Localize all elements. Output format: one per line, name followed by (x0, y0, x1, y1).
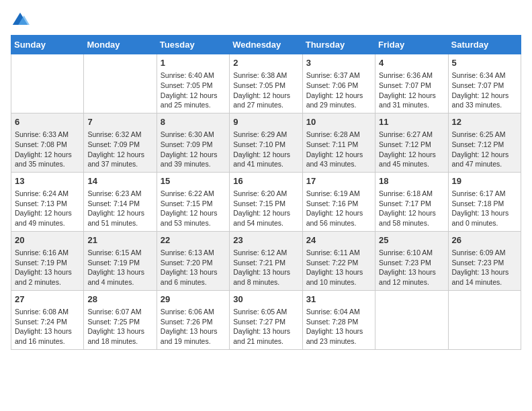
daylight-text: Daylight: 12 hours and 54 minutes. (233, 208, 298, 228)
calendar-cell: 17Sunrise: 6:19 AMSunset: 7:16 PMDayligh… (302, 172, 375, 231)
calendar-cell: 14Sunrise: 6:23 AMSunset: 7:14 PMDayligh… (84, 172, 157, 231)
page-header (11, 11, 521, 30)
sunset-text: Sunset: 7:16 PM (306, 199, 371, 209)
daylight-text: Daylight: 13 hours and 16 minutes. (15, 326, 80, 346)
calendar-cell: 21Sunrise: 6:15 AMSunset: 7:19 PMDayligh… (84, 231, 157, 290)
daylight-text: Daylight: 13 hours and 6 minutes. (161, 267, 226, 287)
sunset-text: Sunset: 7:23 PM (379, 258, 444, 268)
sunrise-text: Sunrise: 6:04 AM (306, 307, 371, 317)
daylight-text: Daylight: 13 hours and 18 minutes. (87, 326, 152, 346)
sunset-text: Sunset: 7:28 PM (306, 317, 371, 327)
day-number: 2 (233, 57, 298, 69)
sunset-text: Sunset: 7:13 PM (15, 199, 80, 209)
sunrise-text: Sunrise: 6:17 AM (452, 189, 517, 199)
day-header-monday: Monday (84, 36, 157, 54)
day-header-sunday: Sunday (11, 36, 84, 54)
day-number: 18 (379, 175, 444, 187)
day-number: 10 (306, 116, 371, 128)
calendar-cell: 20Sunrise: 6:16 AMSunset: 7:19 PMDayligh… (11, 231, 84, 290)
calendar-cell: 29Sunrise: 6:06 AMSunset: 7:26 PMDayligh… (157, 290, 229, 349)
daylight-text: Daylight: 12 hours and 47 minutes. (452, 150, 517, 169)
day-number: 3 (306, 57, 371, 69)
day-header-thursday: Thursday (302, 36, 375, 54)
sunset-text: Sunset: 7:09 PM (161, 140, 226, 150)
calendar-cell: 4Sunrise: 6:36 AMSunset: 7:07 PMDaylight… (375, 54, 448, 113)
sunset-text: Sunset: 7:27 PM (233, 317, 298, 327)
calendar-cell: 11Sunrise: 6:27 AMSunset: 7:12 PMDayligh… (375, 113, 448, 172)
daylight-text: Daylight: 13 hours and 21 minutes. (233, 326, 298, 346)
sunrise-text: Sunrise: 6:34 AM (452, 71, 517, 81)
day-number: 21 (87, 234, 152, 246)
daylight-text: Daylight: 13 hours and 12 minutes. (379, 267, 444, 287)
sunset-text: Sunset: 7:25 PM (87, 317, 152, 327)
daylight-text: Daylight: 12 hours and 35 minutes. (15, 150, 80, 169)
sunrise-text: Sunrise: 6:07 AM (87, 307, 152, 317)
sunset-text: Sunset: 7:17 PM (379, 199, 444, 209)
day-number: 14 (87, 175, 152, 187)
calendar-cell: 10Sunrise: 6:28 AMSunset: 7:11 PMDayligh… (302, 113, 375, 172)
sunrise-text: Sunrise: 6:11 AM (306, 248, 371, 258)
calendar-cell: 12Sunrise: 6:25 AMSunset: 7:12 PMDayligh… (448, 113, 521, 172)
daylight-text: Daylight: 12 hours and 45 minutes. (379, 150, 444, 169)
logo-icon (11, 11, 30, 30)
daylight-text: Daylight: 12 hours and 25 minutes. (161, 91, 226, 110)
calendar-cell: 31Sunrise: 6:04 AMSunset: 7:28 PMDayligh… (302, 290, 375, 349)
daylight-text: Daylight: 12 hours and 49 minutes. (15, 208, 80, 228)
sunset-text: Sunset: 7:09 PM (87, 140, 152, 150)
calendar-cell: 13Sunrise: 6:24 AMSunset: 7:13 PMDayligh… (11, 172, 84, 231)
calendar-cell: 28Sunrise: 6:07 AMSunset: 7:25 PMDayligh… (84, 290, 157, 349)
calendar-cell: 15Sunrise: 6:22 AMSunset: 7:15 PMDayligh… (157, 172, 229, 231)
sunset-text: Sunset: 7:19 PM (15, 258, 80, 268)
day-number: 30 (233, 293, 298, 306)
sunrise-text: Sunrise: 6:27 AM (379, 130, 444, 140)
sunset-text: Sunset: 7:08 PM (15, 140, 80, 150)
sunset-text: Sunset: 7:12 PM (379, 140, 444, 150)
day-number: 25 (379, 234, 444, 246)
day-number: 4 (379, 57, 444, 69)
calendar-week-row: 1Sunrise: 6:40 AMSunset: 7:05 PMDaylight… (11, 54, 521, 113)
sunrise-text: Sunrise: 6:25 AM (452, 130, 517, 140)
calendar-cell: 8Sunrise: 6:30 AMSunset: 7:09 PMDaylight… (157, 113, 229, 172)
day-header-friday: Friday (375, 36, 448, 54)
daylight-text: Daylight: 12 hours and 39 minutes. (161, 150, 226, 169)
sunrise-text: Sunrise: 6:08 AM (15, 307, 80, 317)
sunrise-text: Sunrise: 6:37 AM (306, 71, 371, 81)
sunrise-text: Sunrise: 6:09 AM (452, 248, 517, 258)
sunset-text: Sunset: 7:11 PM (306, 140, 371, 150)
sunset-text: Sunset: 7:07 PM (452, 81, 517, 91)
calendar-header-row: SundayMondayTuesdayWednesdayThursdayFrid… (11, 36, 521, 54)
day-header-wednesday: Wednesday (230, 36, 302, 54)
day-number: 11 (379, 116, 444, 128)
calendar-cell: 16Sunrise: 6:20 AMSunset: 7:15 PMDayligh… (230, 172, 302, 231)
sunrise-text: Sunrise: 6:10 AM (379, 248, 444, 258)
daylight-text: Daylight: 13 hours and 10 minutes. (306, 267, 371, 287)
calendar-cell: 18Sunrise: 6:18 AMSunset: 7:17 PMDayligh… (375, 172, 448, 231)
daylight-text: Daylight: 12 hours and 41 minutes. (233, 150, 298, 169)
sunset-text: Sunset: 7:20 PM (161, 258, 226, 268)
sunrise-text: Sunrise: 6:15 AM (87, 248, 152, 258)
calendar-cell: 3Sunrise: 6:37 AMSunset: 7:06 PMDaylight… (302, 54, 375, 113)
daylight-text: Daylight: 12 hours and 58 minutes. (379, 208, 444, 228)
calendar-cell: 24Sunrise: 6:11 AMSunset: 7:22 PMDayligh… (302, 231, 375, 290)
sunrise-text: Sunrise: 6:22 AM (161, 189, 226, 199)
calendar-table: SundayMondayTuesdayWednesdayThursdayFrid… (11, 35, 521, 350)
day-number: 15 (161, 175, 226, 187)
sunset-text: Sunset: 7:06 PM (306, 81, 371, 91)
calendar-cell: 2Sunrise: 6:38 AMSunset: 7:05 PMDaylight… (230, 54, 302, 113)
daylight-text: Daylight: 12 hours and 43 minutes. (306, 150, 371, 169)
sunrise-text: Sunrise: 6:05 AM (233, 307, 298, 317)
calendar-week-row: 20Sunrise: 6:16 AMSunset: 7:19 PMDayligh… (11, 231, 521, 290)
day-number: 19 (452, 175, 517, 187)
sunrise-text: Sunrise: 6:16 AM (15, 248, 80, 258)
day-number: 13 (15, 175, 80, 187)
calendar-cell: 25Sunrise: 6:10 AMSunset: 7:23 PMDayligh… (375, 231, 448, 290)
sunset-text: Sunset: 7:24 PM (15, 317, 80, 327)
sunrise-text: Sunrise: 6:12 AM (233, 248, 298, 258)
daylight-text: Daylight: 13 hours and 23 minutes. (306, 326, 371, 346)
sunrise-text: Sunrise: 6:28 AM (306, 130, 371, 140)
daylight-text: Daylight: 13 hours and 0 minutes. (452, 208, 517, 228)
day-number: 6 (15, 116, 80, 128)
day-number: 1 (161, 57, 226, 69)
sunset-text: Sunset: 7:23 PM (452, 258, 517, 268)
calendar-cell: 26Sunrise: 6:09 AMSunset: 7:23 PMDayligh… (448, 231, 521, 290)
